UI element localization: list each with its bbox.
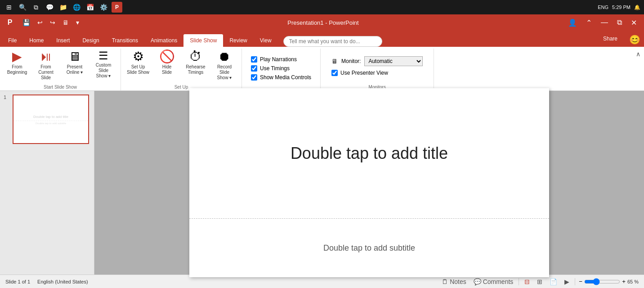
taskbar-time: 5:29 PM <box>612 4 631 10</box>
slide-canvas[interactable]: Double tap to add title Double tap to ad… <box>189 88 549 277</box>
ribbon-search-area <box>278 36 593 47</box>
hide-slide-label: HideSlide <box>162 64 172 75</box>
save-button[interactable]: 💾 <box>20 17 33 28</box>
record-show-label: Record SlideShow ▾ <box>212 64 237 81</box>
monitors-content: 🖥 Monitor: Automatic Primary Monitor Use… <box>324 49 430 83</box>
tab-animations[interactable]: Animations <box>144 34 183 47</box>
from-current-button[interactable]: ⏯ FromCurrent Slide <box>32 49 59 81</box>
zoom-in-button[interactable]: + <box>622 278 626 285</box>
record-show-button[interactable]: ⏺ Record SlideShow ▾ <box>211 49 238 81</box>
tab-file[interactable]: File <box>2 34 23 47</box>
taskbar-app-edge[interactable]: 🌐 <box>71 2 82 13</box>
present-online-button[interactable]: 🖥 PresentOnline ▾ <box>61 49 88 81</box>
slide-subtitle-area[interactable]: Double tap to add subtitle <box>189 219 549 277</box>
use-timings-checkbox[interactable] <box>251 65 257 72</box>
present-online-label: PresentOnline ▾ <box>67 64 83 75</box>
monitor-select[interactable]: Automatic Primary Monitor <box>364 56 423 66</box>
notes-label: Notes <box>450 278 466 285</box>
comments-icon: 💬 <box>474 278 481 285</box>
window-title: Presentation1 - PowerPoint <box>82 19 564 26</box>
play-narrations-checkbox[interactable] <box>251 56 257 63</box>
zoom-level[interactable]: 65 % <box>627 279 639 284</box>
from-current-label: FromCurrent Slide <box>33 64 58 81</box>
slide-title-area[interactable]: Double tap to add title <box>189 88 549 219</box>
presentation-button[interactable]: 🖥 <box>60 17 72 28</box>
taskbar: ⊞ 🔍 ⧉ 💬 📁 🌐 📅 ⚙️ P ENG 5:29 PM 🔔 <box>0 0 644 14</box>
slide-subtitle-placeholder: Double tap to add subtitle <box>323 243 415 253</box>
from-beginning-icon: ▶ <box>12 50 22 63</box>
use-timings-row[interactable]: Use Timings <box>251 65 311 72</box>
monitor-icon: 🖥 <box>331 58 338 65</box>
group-monitors: 🖥 Monitor: Automatic Primary Monitor Use… <box>321 49 434 90</box>
tab-view[interactable]: View <box>254 34 278 47</box>
zoom-out-button[interactable]: − <box>579 278 582 285</box>
maximize-button[interactable]: ⧉ <box>613 17 626 28</box>
show-media-checkbox[interactable] <box>251 74 257 81</box>
present-online-icon: 🖥 <box>68 50 81 63</box>
qat-dropdown[interactable]: ▾ <box>73 17 82 28</box>
redo-button[interactable]: ↪ <box>47 17 58 28</box>
tab-home[interactable]: Home <box>23 34 50 47</box>
smiley-icon[interactable]: 😊 <box>627 32 642 47</box>
tab-slide-show[interactable]: Slide Show <box>183 34 223 47</box>
search-input[interactable] <box>283 36 382 47</box>
start-button[interactable]: ⊞ <box>4 2 14 13</box>
normal-view-button[interactable]: ⊟ <box>523 277 532 286</box>
close-button[interactable]: ✕ <box>627 17 640 29</box>
presenter-view-checkbox[interactable] <box>331 70 338 76</box>
titlebar-controls: 👤 ⌃ — ⧉ ✕ <box>564 17 640 29</box>
account-button[interactable]: 👤 <box>564 17 581 29</box>
taskbar-app-settings[interactable]: ⚙️ <box>98 2 109 13</box>
slide-number-1: 1 <box>4 94 10 100</box>
group-setup: ⚙ Set UpSlide Show 🚫 HideSlide ⏱ Rehears… <box>121 49 242 90</box>
statusbar-divider <box>519 278 519 285</box>
slide-thumb-1[interactable]: Double tap to add title Double tap to ad… <box>13 94 89 144</box>
reading-view-button[interactable]: 📄 <box>548 277 559 286</box>
powerpoint-icon: P <box>4 16 16 29</box>
from-beginning-button[interactable]: ▶ FromBeginning <box>4 49 31 81</box>
main-slide-area: Double tap to add title Double tap to ad… <box>94 91 644 274</box>
collapse-ribbon-button[interactable]: ∧ <box>636 50 640 58</box>
ribbon-toggle[interactable]: ⌃ <box>582 17 595 29</box>
taskbar-app-chat[interactable]: 💬 <box>44 2 55 13</box>
from-beginning-label: FromBeginning <box>7 64 27 75</box>
monitor-label: Monitor: <box>341 58 361 64</box>
task-view-button[interactable]: ⧉ <box>31 2 41 13</box>
custom-show-button[interactable]: ☰ Custom SlideShow ▾ <box>90 49 117 81</box>
titlebar-left: P 💾 ↩ ↪ 🖥 ▾ <box>4 16 82 29</box>
slide-thumbnail-1[interactable]: 1 Double tap to add title Double tap to … <box>4 94 90 144</box>
taskbar-app-explorer[interactable]: 📁 <box>58 2 68 13</box>
setup-show-button[interactable]: ⚙ Set UpSlide Show <box>125 49 152 81</box>
checks-container: Play Narrations Use Timings Show Media C… <box>246 54 317 82</box>
tab-review[interactable]: Review <box>223 34 253 47</box>
tab-insert[interactable]: Insert <box>50 34 76 47</box>
hide-slide-button[interactable]: 🚫 HideSlide <box>153 49 180 81</box>
ribbon-content: ▶ FromBeginning ⏯ FromCurrent Slide 🖥 Pr… <box>0 47 644 91</box>
checkboxes-content: Play Narrations Use Timings Show Media C… <box>246 49 317 88</box>
play-narrations-row[interactable]: Play Narrations <box>251 56 311 63</box>
presenter-view-row[interactable]: Use Presenter View <box>331 70 423 76</box>
play-narrations-label: Play Narrations <box>260 56 297 63</box>
tab-transitions[interactable]: Transitions <box>106 34 144 47</box>
tab-design[interactable]: Design <box>76 34 105 47</box>
taskbar-app-powerpoint[interactable]: P <box>112 2 122 13</box>
ribbon-tabs: File Home Insert Design Transitions Anim… <box>0 31 644 47</box>
undo-button[interactable]: ↩ <box>35 17 45 28</box>
from-current-icon: ⏯ <box>40 50 52 63</box>
minimize-button[interactable]: — <box>597 17 612 28</box>
group-start-content: ▶ FromBeginning ⏯ FromCurrent Slide 🖥 Pr… <box>4 49 117 83</box>
comments-button[interactable]: 💬 Comments <box>472 277 515 286</box>
zoom-slider[interactable] <box>584 278 620 285</box>
taskbar-app-calendar[interactable]: 📅 <box>85 2 95 13</box>
slide-panel: 1 Double tap to add title Double tap to … <box>0 91 94 274</box>
slide-show-view-button[interactable]: ▶ <box>563 277 571 286</box>
rehearse-button[interactable]: ⏱ RehearseTimings <box>182 49 209 81</box>
taskbar-notification[interactable]: 🔔 <box>634 4 640 10</box>
comments-label: Comments <box>483 278 514 285</box>
record-show-icon: ⏺ <box>218 50 231 63</box>
show-media-row[interactable]: Show Media Controls <box>251 74 311 81</box>
notes-button[interactable]: 🗒 Notes <box>440 277 468 286</box>
search-button[interactable]: 🔍 <box>17 2 28 13</box>
slide-sorter-button[interactable]: ⊞ <box>535 277 544 286</box>
share-button[interactable]: Share <box>597 33 624 45</box>
